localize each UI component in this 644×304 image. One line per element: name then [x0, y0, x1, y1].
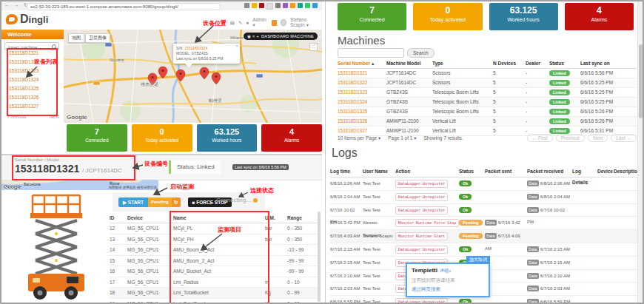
- machine-serial-link[interactable]: 153118D1326: [338, 117, 386, 126]
- data-chip[interactable]: Data: [527, 286, 539, 291]
- machine-serial-link[interactable]: 153118D1324: [338, 98, 386, 107]
- stat-value: 7: [338, 5, 406, 16]
- machine-list-item[interactable]: 153118D1327: [1, 102, 64, 111]
- browser-back-icon[interactable]: ←: [4, 2, 11, 7]
- machines-search-input[interactable]: [338, 48, 404, 58]
- extension-icon[interactable]: [305, 3, 310, 8]
- stat-card[interactable]: 7 Connected: [338, 3, 406, 30]
- stat-card[interactable]: 4 Alarms: [261, 124, 322, 152]
- translate-popup-tab[interactable]: 放大取词: [466, 256, 490, 264]
- machine-serial-link[interactable]: 153118D1323: [338, 88, 386, 97]
- details-link[interactable]: 详细»: [440, 268, 451, 273]
- machine-list-item[interactable]: 153118D1321: [1, 49, 64, 58]
- machine-row[interactable]: 153118D1322 JCPT1614DC Scissors 5 - Link…: [338, 78, 637, 88]
- machine-serial-link[interactable]: 153118D1322: [338, 78, 386, 87]
- first-page-button[interactable]: ← First: [527, 134, 553, 142]
- machine-serial-link[interactable]: 153118D1325: [338, 107, 386, 116]
- machine-row[interactable]: 153118D1321 JCPT1614DC Scissors 5 - Link…: [338, 69, 637, 78]
- table-row[interactable]: 16MG_56_CPU1AMU_Bucket_Act-99 - 99: [110, 266, 320, 277]
- print-icon[interactable]: ▤: [230, 20, 235, 26]
- stat-card[interactable]: 7 Connected: [67, 124, 127, 152]
- dingli-logo[interactable]: Dingli: [6, 13, 48, 26]
- user-menu[interactable]: Stefano Scapin ▾: [290, 17, 322, 28]
- previous-page-button[interactable]: Previous: [556, 134, 585, 142]
- dashboard-macchine-pill[interactable]: ◉ × + DASHBOARD MACCHINE: [244, 33, 318, 40]
- table-row[interactable]: 13MG_56_CPU1MCyl_PHbar0 - 350: [110, 234, 320, 246]
- machine-row[interactable]: 153118D1324 GTBZ43S Telescopic Boom Lift…: [338, 98, 637, 107]
- machine-list-item[interactable]: 153118D1323: [1, 67, 64, 75]
- scrollbar-thumb[interactable]: [639, 44, 643, 118]
- search-button[interactable]: Search: [407, 48, 435, 58]
- data-chip[interactable]: Data: [527, 260, 539, 266]
- previous-link[interactable]: Previous: [7, 114, 26, 119]
- log-row[interactable]: 6/7/16 4:09 AM Stefano Scapin Monitor Ru…: [330, 230, 639, 243]
- stat-card[interactable]: 4 Alarms: [565, 3, 634, 30]
- edit-icon[interactable]: ✎: [238, 20, 242, 26]
- admin-menu[interactable]: Admin ▾: [252, 17, 268, 28]
- last-page-button[interactable]: Last →: [611, 134, 637, 142]
- language-badge[interactable]: [272, 20, 277, 26]
- items-per-page-select[interactable]: 10 Items per Page ▾: [338, 135, 380, 141]
- scrollbar[interactable]: [637, 1, 643, 303]
- data-chip[interactable]: Data: [527, 180, 539, 186]
- fullscreen-icon[interactable]: ⛶: [309, 43, 318, 51]
- extension-icon[interactable]: [290, 3, 295, 8]
- stat-card[interactable]: 0 Today activated: [132, 124, 192, 152]
- log-row[interactable]: 6/7/16 3:42 PM Alessio Tempietti Monitor…: [330, 217, 639, 230]
- machine-serial-link[interactable]: 153118D1321: [338, 69, 386, 78]
- mini-map-strip[interactable]: Google Barcelona Roma 地图数据 使用条款 报告地图错误: [1, 180, 158, 190]
- stat-card[interactable]: 0 Today activated: [413, 3, 482, 30]
- machine-row[interactable]: 153118D1326 AMWP11-2100 Vertical Lift 5 …: [338, 117, 637, 126]
- data-chip[interactable]: Data: [527, 299, 539, 304]
- table-row[interactable]: 14MG_56_CPU1AMU_Boom_1_Act-10 - 99: [110, 245, 320, 256]
- refresh-button[interactable]: ↻: [172, 197, 181, 207]
- satellite-type-button[interactable]: 卫星图像: [85, 33, 110, 43]
- map-type-button[interactable]: 地图: [68, 33, 84, 43]
- extension-icon[interactable]: [283, 3, 288, 8]
- extension-icon[interactable]: [275, 3, 281, 8]
- data-chip[interactable]: Data: [527, 207, 539, 213]
- address-bar[interactable]: ec2-52-30-223-189.eu-west-1.compute.amaz…: [27, 3, 221, 10]
- table-row[interactable]: 18MG_56_CPU1Lmi_TotalBucketKg0 - 99: [110, 288, 320, 299]
- browser-forward-icon[interactable]: →: [14, 2, 21, 7]
- table-row[interactable]: 15MG_56_CPU1AMU_Boom_2_Act-99 - 99: [110, 256, 320, 267]
- page-select[interactable]: Page 1 of 1 ▾: [388, 135, 416, 141]
- machine-list-item[interactable]: 153118D1324: [1, 75, 64, 84]
- log-row[interactable]: 6/7/16 10:02 PM Test Test DataLogger Unr…: [330, 204, 639, 217]
- sort-column-header[interactable]: Serial Number ▴: [338, 59, 386, 68]
- machine-map[interactable]: 地图 卫星图像 ◉ × + DASHBOARD MACCHINE ⛶ Novar…: [64, 30, 322, 123]
- stat-card[interactable]: 63.125 Worked hours: [197, 124, 258, 152]
- web-search-link[interactable]: 通过网页搜索: [412, 286, 484, 293]
- extension-icon[interactable]: [266, 3, 273, 10]
- extension-icon[interactable]: [244, 3, 249, 8]
- log-row[interactable]: 6/8/16 2:06 AM Test Test DataLogger Unre…: [330, 178, 639, 191]
- table-row[interactable]: 19MG_56_CPU1Lmi_TotalSandKg0 - 99: [110, 299, 320, 304]
- data-chip[interactable]: Data: [527, 273, 539, 279]
- stat-card[interactable]: 63.125 Worked hours: [489, 3, 558, 30]
- table-row[interactable]: 17MG_56_CPU1Lmi_Radiusm0 - 10: [110, 277, 320, 288]
- table-row[interactable]: 12MG_56_CPU1MCyl_PLbar0 - 350: [110, 223, 320, 234]
- data-chip[interactable]: Data: [527, 194, 539, 200]
- log-row[interactable]: 6/8/16 2:04 AM Test Test DataLogger Unre…: [330, 191, 639, 204]
- machine-list-item[interactable]: 153118D1326: [1, 93, 64, 102]
- machines-table: Serial Number ▴ Machine ModelTypeN Devic…: [338, 59, 637, 136]
- machine-row[interactable]: 153118D1323 GTBZ43S Telescopic Boom Lift…: [338, 88, 637, 98]
- data-chip[interactable]: Data: [527, 246, 539, 252]
- dingli-logo-icon: [6, 14, 18, 24]
- data-chip[interactable]: Data: [485, 233, 497, 239]
- notification-dot-icon[interactable]: ●: [246, 20, 249, 25]
- log-row[interactable]: 6/7/16 2:15 AM Test Test DataLogger Unre…: [330, 243, 639, 257]
- machine-row[interactable]: 153118D1325 GTBZ43S Telescopic Boom Lift…: [338, 107, 637, 117]
- data-chip[interactable]: Data: [485, 220, 497, 226]
- machine-list-item[interactable]: 153118D1325: [1, 84, 64, 93]
- popup-serial-link[interactable]: 153118D1324: [184, 46, 207, 50]
- scrollbar[interactable]: [318, 212, 321, 302]
- extension-icon[interactable]: [298, 3, 303, 8]
- bookmark-star-icon[interactable]: [252, 3, 257, 8]
- next-link[interactable]: Next: [50, 114, 59, 119]
- extension-icon[interactable]: [312, 3, 318, 8]
- next-page-button[interactable]: Next: [588, 134, 608, 142]
- close-icon[interactable]: ×: [235, 44, 238, 49]
- extension-icon[interactable]: [259, 3, 264, 8]
- start-button[interactable]: ▶ START: [118, 197, 148, 207]
